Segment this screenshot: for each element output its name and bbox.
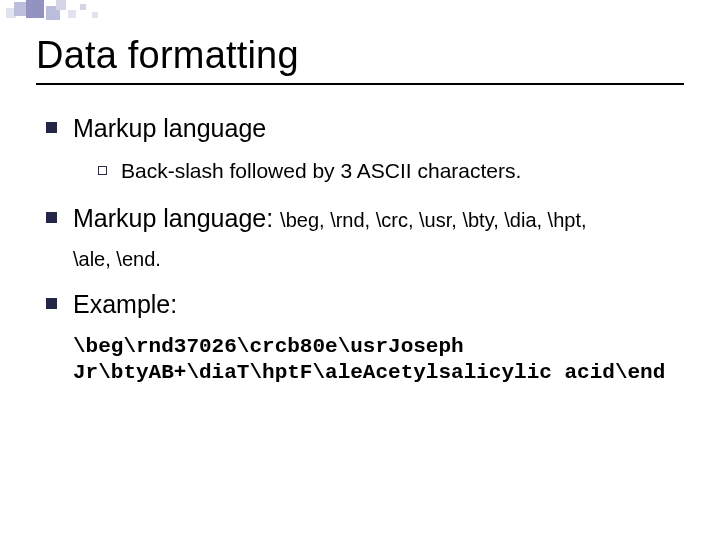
hollow-square-bullet-icon [98,166,107,175]
bullet-1-sub: Back-slash followed by 3 ASCII character… [98,158,684,184]
slide-body: Data formatting Markup language Back-sla… [0,0,720,387]
slide-decor [0,0,720,24]
square-bullet-icon [46,212,57,223]
bullet-2: Markup language: \beg, \rnd, \crc, \usr,… [46,203,684,234]
bullet-1-sub-text: Back-slash followed by 3 ASCII character… [121,158,521,184]
square-bullet-icon [46,298,57,309]
example-code: \beg\rnd37026\crcb80e\usrJoseph Jr\btyAB… [73,334,684,387]
bullet-2-main: Markup language: [73,204,280,232]
square-bullet-icon [46,122,57,133]
decor-square [26,0,44,18]
title-rule [36,83,684,85]
bullet-1-text: Markup language [73,113,266,144]
bullet-2-tags: \beg, \rnd, \crc, \usr, \bty, \dia, \hpt… [280,209,586,231]
decor-square [92,12,98,18]
decor-square [68,10,76,18]
bullet-1: Markup language [46,113,684,144]
decor-square [56,0,66,10]
decor-square [80,4,86,10]
bullet-3: Example: [46,289,684,320]
bullet-2-text: Markup language: \beg, \rnd, \crc, \usr,… [73,203,587,234]
slide-title: Data formatting [36,34,684,77]
bullet-2-continuation: \ale, \end. [73,248,684,271]
bullet-3-text: Example: [73,289,177,320]
